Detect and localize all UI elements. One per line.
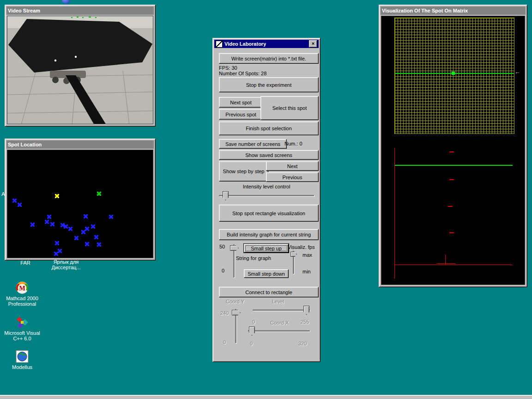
red-dash-3: [448, 206, 453, 207]
visualization-window: Visualization Of The Spot On Matrix ←: [379, 5, 527, 287]
video-laboratory-dialog: Video Laboratory × Write screen(matrix) …: [212, 38, 320, 362]
red-dash-2: [449, 179, 454, 180]
level-slider-thumb[interactable]: [303, 306, 309, 315]
next-button[interactable]: Next: [266, 161, 319, 171]
write-screen-button[interactable]: Write screen(matrix) into *.txt file.: [219, 53, 319, 64]
previous-button[interactable]: Previous: [266, 172, 319, 182]
spot-location-title: Spot Location: [8, 142, 42, 147]
spot-mark: [68, 227, 73, 231]
coord-x-max-label: 320: [298, 341, 307, 346]
string-slider[interactable]: [230, 244, 239, 278]
spot-mark: [109, 215, 113, 219]
video-frame-image: [7, 16, 153, 124]
coord-y-label: Coord Y: [226, 299, 244, 304]
string-slider-max-label: 50: [219, 244, 225, 249]
spot-mark: [18, 203, 22, 207]
level-slider[interactable]: [253, 305, 310, 315]
coord-y-min-label: 0: [223, 339, 226, 345]
visualiz-fps-slider-thumb[interactable]: [290, 252, 297, 257]
desktop-icon-visual-cpp[interactable]: Microsoft Visual C++ 6.0: [4, 315, 41, 341]
spot-mark: [45, 220, 49, 224]
small-step-down-button[interactable]: Small step down: [244, 269, 289, 278]
video-stream-window: Video Stream: [5, 5, 156, 127]
close-icon[interactable]: ×: [309, 40, 317, 48]
small-step-up-button[interactable]: Small step up: [244, 244, 289, 253]
save-number-of-screens-button[interactable]: Save number of screens: [219, 139, 287, 149]
spot-mark: [85, 242, 89, 246]
string-for-graph-label: String for graph: [236, 255, 271, 261]
spot-mark: [94, 235, 98, 239]
finish-spot-selection-button[interactable]: Finish spot selection: [219, 121, 319, 135]
coord-x-slider[interactable]: [248, 326, 310, 336]
graph-axis-vline: [394, 148, 395, 278]
intensity-slider-thumb[interactable]: [223, 191, 229, 200]
stop-experiment-button[interactable]: Stop the experiment: [219, 77, 319, 92]
intensity-graph-line: [395, 165, 513, 166]
spot-mark: [91, 224, 95, 229]
desktop-icon-label: Modellus: [4, 364, 41, 370]
next-spot-button[interactable]: Next spot: [219, 97, 263, 108]
spot-mark: [64, 224, 68, 229]
connect-to-rectangle-button[interactable]: Connect to rectangle: [219, 287, 319, 297]
stop-spot-rectangle-button[interactable]: Stop spot rectangle visualization: [219, 205, 319, 222]
modellus-icon: [15, 350, 29, 363]
red-dash-4: [449, 232, 454, 233]
coord-y-slider[interactable]: [231, 309, 241, 343]
spot-mark: [54, 252, 58, 256]
mathcad-icon: M: [15, 281, 29, 295]
string-slider-thumb[interactable]: [230, 245, 239, 251]
spot-location-titlebar[interactable]: Spot Location: [6, 140, 154, 149]
intensity-level-label: Intensity level control: [213, 184, 320, 189]
previous-spot-button[interactable]: Previous spot: [219, 109, 263, 120]
taskbar-edge[interactable]: [0, 395, 532, 399]
spot-mark: [74, 236, 79, 240]
desktop-icon-label: Mathcad 2000 Professional: [4, 296, 41, 307]
desktop-label-yarlik[interactable]: Ярлык для Диссертац...: [48, 259, 85, 270]
red-dash-1: [449, 151, 454, 152]
visualization-titlebar[interactable]: Visualization Of The Spot On Matrix: [381, 6, 526, 15]
spot-mark: [47, 215, 51, 219]
fps-label: FPS: 30: [219, 65, 237, 71]
intensity-slider[interactable]: [219, 191, 314, 200]
level-label: Level: [272, 299, 284, 304]
visualiz-fps-slider[interactable]: [290, 251, 297, 274]
coord-x-slider-thumb[interactable]: [249, 326, 255, 336]
svg-text:M: M: [19, 285, 25, 292]
spot-mark: [85, 227, 89, 231]
build-intensity-graph-button[interactable]: Build intensity graph for current string: [219, 229, 319, 240]
spot-mark: [50, 222, 54, 226]
desktop-label-far[interactable]: FAR: [14, 260, 37, 266]
show-step-by-step-button[interactable]: Show step by step: [219, 161, 268, 181]
coord-y-max-label: 240: [220, 310, 229, 316]
level-max-label: 255: [301, 319, 309, 325]
spot-mark: [84, 214, 88, 218]
desktop-icon-mathcad[interactable]: M Mathcad 2000 Professional: [4, 281, 41, 307]
partial-desktop-icon[interactable]: [62, 0, 70, 4]
intensity-slider-channel: [219, 195, 314, 196]
level-slider-channel: [253, 309, 310, 311]
spot-mark: [97, 192, 101, 196]
visualiz-fps-label: Visualiz. fps: [288, 244, 315, 250]
coord-x-min-label: 0: [250, 341, 253, 346]
desktop-icon-modellus[interactable]: Modellus: [4, 350, 41, 370]
desktop-icon-label: Microsoft Visual C++ 6.0: [4, 330, 41, 341]
show-saved-screens-button[interactable]: Show saved screens: [219, 150, 319, 160]
level-min-label: 0: [252, 319, 255, 325]
spot-location-canvas: [7, 150, 153, 258]
current-row-arrow-icon: ←: [514, 69, 520, 75]
fps-min-label: min: [302, 269, 311, 274]
spot-mark: [30, 223, 35, 227]
desktop: { "colors": { "desktop": "#008080", "win…: [0, 0, 532, 399]
select-this-spot-button[interactable]: Select this spot: [260, 96, 319, 120]
spot-mark: [81, 230, 85, 234]
desktop-label-fragment: A: [0, 191, 6, 197]
baseline-red-hline: [395, 265, 513, 265]
video-laboratory-window-icon: [216, 41, 223, 48]
string-slider-min-label: 0: [222, 268, 224, 273]
baseline-red-bump: [437, 263, 455, 264]
video-stream-canvas: [7, 16, 153, 124]
video-laboratory-titlebar[interactable]: Video Laboratory ×: [214, 40, 319, 48]
spot-mark: [55, 194, 59, 198]
video-stream-titlebar[interactable]: Video Stream: [6, 6, 154, 15]
coord-y-slider-thumb[interactable]: [232, 310, 241, 315]
